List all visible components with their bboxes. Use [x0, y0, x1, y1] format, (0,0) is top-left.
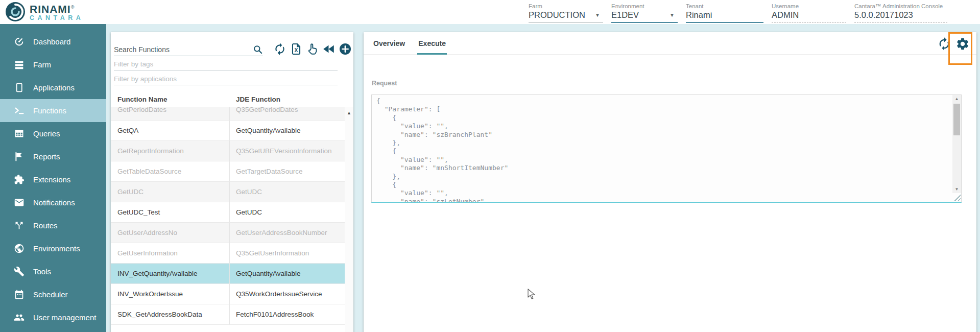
function-name-cell: GetUDC_Test: [111, 202, 230, 222]
search-functions-input[interactable]: [114, 43, 253, 56]
field-value: Rinami: [686, 10, 712, 20]
brand-secondary: CANTARA: [30, 14, 84, 21]
sidebar-item-label: Functions: [33, 106, 66, 115]
farm-select[interactable]: PRODUCTION▼: [529, 10, 603, 22]
request-json-editor[interactable]: { "Parameter": [ { "value": "", "name": …: [371, 94, 962, 203]
sidebar-item-user-management[interactable]: User management: [0, 306, 106, 329]
sidebar-item-label: Notifications: [33, 198, 75, 207]
brand-primary: RINAMI®: [30, 2, 84, 14]
sidebar-item-applications[interactable]: Applications: [0, 76, 106, 99]
tab-execute[interactable]: Execute: [417, 32, 447, 54]
functions-list-scrollbar[interactable]: ▲: [345, 107, 353, 332]
settings-gear-icon[interactable]: [955, 37, 970, 51]
sidebar-item-label: Routes: [33, 221, 58, 230]
sidebar-item-extensions[interactable]: Extensions: [0, 168, 106, 191]
sidebar-item-label: Scheduler: [33, 290, 68, 299]
top-header-bar: RINAMI® CANTARA FarmPRODUCTION▼Environme…: [0, 0, 980, 24]
sidebar-item-label: User management: [33, 313, 96, 322]
hand-pointer-icon[interactable]: [306, 42, 319, 56]
sidebar-item-farm[interactable]: Farm: [0, 53, 106, 76]
queries-icon: [14, 128, 25, 139]
function-name-cell: GetQA: [111, 121, 230, 140]
table-row-inv-getquantityavailable[interactable]: INV_GetQuantityAvailableGetQuantityAvail…: [111, 264, 345, 284]
table-row-sdk-getaddressbookdata[interactable]: SDK_GetAddressBookDataFetchF0101AddressB…: [111, 304, 345, 325]
function-name-cell: GetUDC: [111, 182, 230, 202]
sidebar-item-environments[interactable]: Environments: [0, 237, 106, 260]
editor-scroll-down-button[interactable]: ▼: [952, 185, 961, 193]
sidebar-item-label: Tools: [33, 267, 51, 276]
rinami-logo-mark-icon: [5, 2, 26, 22]
filter-tags-field: [114, 58, 338, 70]
app-logo: RINAMI® CANTARA: [5, 2, 84, 22]
refresh-icon[interactable]: [273, 42, 286, 56]
functions-table-header: Function Name JDE Function: [111, 92, 345, 107]
rewind-icon[interactable]: [322, 42, 336, 56]
table-row-getudc-test[interactable]: GetUDC_TestGetUDC: [111, 202, 345, 223]
function-name-cell: GetTableDataSource: [111, 161, 230, 181]
functions-panel: X Function Name JDE Function GetPeriodDa…: [111, 32, 353, 332]
header-field-cantara-administration-console: Cantara™ Administration Console5.0.0.201…: [854, 3, 947, 23]
jde-function-cell: GetUDC: [230, 182, 345, 202]
sidebar-item-label: Farm: [33, 60, 51, 69]
sidebar-item-dashboard[interactable]: Dashboard: [0, 30, 106, 53]
editor-scrollbar[interactable]: ▲ ▼: [952, 95, 961, 193]
scheduler-icon: [14, 289, 25, 300]
routes-icon: [14, 220, 25, 231]
function-name-cell: GetPeriodDates: [111, 107, 230, 120]
environment-select[interactable]: E1DEV▼: [611, 10, 678, 23]
field-value: 5.0.0.20171023: [854, 10, 913, 20]
table-row-gettabledatasource[interactable]: GetTableDataSourceGetTargetDataSource: [111, 161, 345, 182]
filter-applications-input[interactable]: [114, 73, 338, 85]
extensions-icon: [14, 174, 25, 185]
user-management-icon: [14, 312, 25, 323]
table-row-inv-workorderissue[interactable]: INV_WorkOrderIssueQ35WorkOrderIssueServi…: [111, 284, 345, 304]
registered-mark: ®: [71, 5, 75, 10]
functions-table-body: GetPeriodDatesQ35GetPeriodDatesGetQAGetQ…: [111, 107, 345, 325]
add-icon[interactable]: [339, 42, 352, 56]
jde-function-cell: Q35GetUserInformation: [230, 243, 345, 263]
filter-tags-input[interactable]: [114, 58, 338, 70]
request-json-content[interactable]: { "Parameter": [ { "value": "", "name": …: [372, 95, 961, 202]
refresh-icon[interactable]: [937, 37, 951, 51]
function-detail-panel: OverviewExecute Request { "Parameter": […: [364, 32, 976, 332]
sidebar-item-functions[interactable]: Functions: [0, 99, 106, 122]
sidebar-item-label: Environments: [33, 244, 80, 253]
editor-scroll-up-button[interactable]: ▲: [952, 95, 961, 103]
tab-overview[interactable]: Overview: [372, 32, 406, 54]
filter-applications-field: [114, 73, 338, 85]
sidebar-item-notifications[interactable]: Notifications: [0, 191, 106, 214]
scroll-up-button[interactable]: ▲: [345, 107, 353, 115]
table-row-getuserinformation[interactable]: GetUserInformationQ35GetUserInformation: [111, 243, 345, 264]
chevron-down-icon: ▼: [595, 12, 600, 18]
field-label: Environment: [611, 3, 678, 9]
field-label: Farm: [529, 3, 603, 9]
request-label: Request: [372, 80, 397, 87]
table-row-getqa[interactable]: GetQAGetQuantityAvailable: [111, 121, 345, 141]
table-row-getperioddates[interactable]: GetPeriodDatesQ35GetPeriodDates: [111, 107, 345, 121]
jde-function-cell: Q35WorkOrderIssueService: [230, 284, 345, 304]
sidebar-nav: DashboardFarmApplicationsFunctionsQuerie…: [0, 24, 106, 332]
header-field-environment: EnvironmentE1DEV▼: [611, 3, 678, 23]
excel-export-icon[interactable]: X: [290, 42, 303, 56]
cantara-administration-console-value: 5.0.0.20171023: [854, 10, 947, 22]
applications-icon: [14, 82, 25, 93]
sidebar-item-queries[interactable]: Queries: [0, 122, 106, 145]
sidebar-item-label: Reports: [33, 152, 60, 161]
notifications-icon: [14, 197, 25, 208]
table-row-getudc[interactable]: GetUDCGetUDC: [111, 182, 345, 202]
table-row-getuseraddressno[interactable]: GetUserAddressNoGetUserAddressBookNumber: [111, 223, 345, 243]
column-header-jde-function: JDE Function: [236, 96, 280, 103]
jde-function-cell: GetUDC: [230, 202, 345, 222]
sidebar-item-routes[interactable]: Routes: [0, 214, 106, 237]
field-value: PRODUCTION: [529, 10, 585, 20]
editor-scrollbar-thumb[interactable]: [953, 104, 960, 135]
jde-function-cell: GetQuantityAvailable: [230, 121, 345, 140]
field-label: Tenant: [686, 3, 763, 9]
sidebar-item-label: Queries: [33, 129, 60, 138]
search-icon[interactable]: [253, 44, 263, 55]
sidebar-item-scheduler[interactable]: Scheduler: [0, 283, 106, 306]
sidebar-item-tools[interactable]: Tools: [0, 260, 106, 283]
sidebar-item-reports[interactable]: Reports: [0, 145, 106, 168]
tenant-input[interactable]: Rinami: [686, 10, 763, 23]
table-row-getreportinformation[interactable]: GetReportInformationQ35GetUBEVersionInfo…: [111, 141, 345, 161]
